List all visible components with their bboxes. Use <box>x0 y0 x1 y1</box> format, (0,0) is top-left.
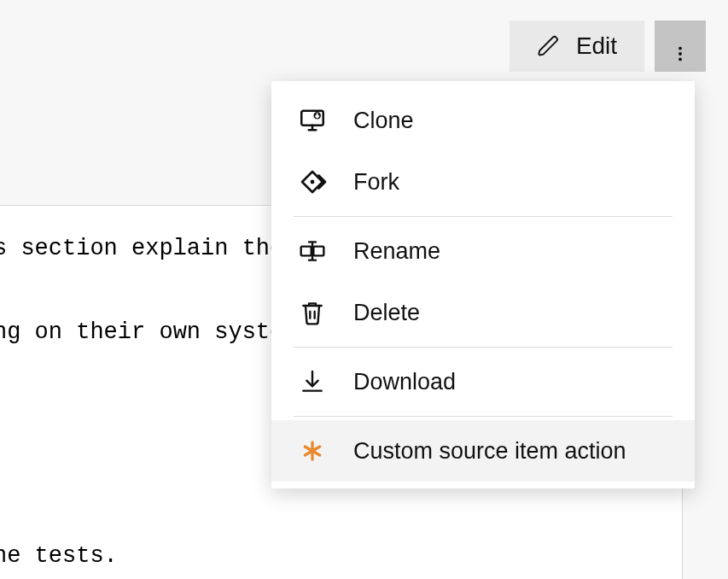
fork-icon <box>297 167 328 197</box>
menu-item-custom-action[interactable]: Custom source item action <box>271 420 695 482</box>
menu-separator <box>294 347 673 348</box>
menu-item-rename[interactable]: Rename <box>271 220 695 282</box>
menu-item-label: Custom source item action <box>353 438 626 465</box>
menu-separator <box>294 216 673 217</box>
content-line: ng on their own system <box>0 315 297 350</box>
svg-point-1 <box>678 52 682 56</box>
menu-item-clone[interactable]: Clone <box>271 90 695 151</box>
pencil-icon <box>537 34 561 58</box>
more-vertical-icon <box>671 37 690 56</box>
svg-rect-7 <box>313 247 323 256</box>
menu-item-fork[interactable]: Fork <box>271 151 695 213</box>
svg-point-2 <box>678 57 682 61</box>
more-actions-button[interactable] <box>655 20 706 72</box>
svg-rect-6 <box>301 247 312 256</box>
download-icon <box>297 366 328 397</box>
rename-icon <box>297 236 328 266</box>
actions-menu: Clone Fork Rename <box>271 81 695 488</box>
asterisk-icon <box>297 436 328 466</box>
clone-icon <box>297 105 328 136</box>
svg-rect-3 <box>301 111 323 126</box>
menu-separator <box>294 416 673 417</box>
menu-item-label: Download <box>353 369 456 395</box>
menu-item-delete[interactable]: Delete <box>271 282 695 343</box>
svg-point-5 <box>311 180 315 184</box>
menu-item-label: Clone <box>353 108 414 134</box>
menu-item-download[interactable]: Download <box>271 351 695 412</box>
edit-button[interactable]: Edit <box>510 20 644 72</box>
menu-item-label: Fork <box>353 169 399 196</box>
content-line: s section explain the <box>0 231 283 266</box>
toolbar: Edit <box>510 20 706 72</box>
content-line: ne tests. <box>0 539 118 574</box>
svg-point-0 <box>678 47 682 50</box>
edit-button-label: Edit <box>576 32 617 60</box>
menu-item-label: Delete <box>353 300 420 326</box>
trash-icon <box>297 297 328 328</box>
menu-item-label: Rename <box>353 238 440 265</box>
